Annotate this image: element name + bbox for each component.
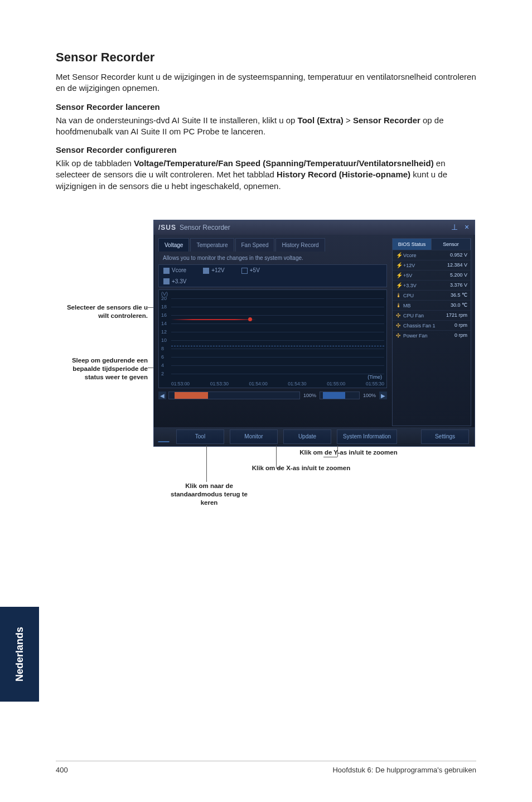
chapter-title: Hoofdstuk 6: De hulpprogramma's gebruike…: [332, 766, 476, 774]
callout-zoom-y: Klik om de Y-as in/uit te zoomen: [293, 448, 404, 457]
checkbox-icon: [203, 268, 209, 274]
status-label: +3.3V: [403, 283, 417, 288]
window-title: Sensor Recorder: [180, 224, 230, 231]
ytick: 10: [161, 337, 167, 343]
check-vcore[interactable]: Vcore: [163, 267, 186, 274]
bolt-icon: ⚡: [396, 252, 402, 258]
status-row: ✣CPU Fan1721 rpm: [393, 310, 471, 320]
text: Klik op de tabbladen: [56, 158, 134, 168]
ytick: 18: [161, 304, 167, 310]
status-value: 36.5 ℃: [451, 292, 467, 298]
intro-paragraph: Met Sensor Recorder kunt u de wijziginge…: [56, 71, 476, 94]
status-label: Vcore: [403, 253, 417, 258]
xtick: 01:55:00: [327, 381, 345, 386]
status-label: CPU Fan: [403, 313, 424, 318]
status-label: MB: [403, 303, 411, 308]
fan-icon: ✣: [396, 332, 402, 339]
scroll-right-button[interactable]: ▶: [379, 392, 387, 399]
section1-body: Na van de ondersteunings-dvd AI Suite II…: [56, 115, 476, 138]
check-label: +5V: [250, 267, 260, 273]
check-label: Vcore: [172, 267, 186, 273]
xtick: 01:55:30: [366, 381, 384, 386]
status-panel: BIOS Status Sensor ⚡Vcore0.952 V ⚡+12V12…: [392, 238, 471, 426]
tab-history[interactable]: History Record: [275, 238, 325, 252]
main-panel: Voltage Temperature Fan Speed History Re…: [158, 238, 387, 426]
check-label: +3.3V: [172, 278, 186, 284]
callout-default-mode: Klik om naar de standaardmodus terug te …: [167, 482, 251, 507]
pin-icon[interactable]: ⊥: [450, 223, 459, 231]
text-bold: Sensor Recorder: [353, 115, 420, 125]
timeline-scrollbar: ◀ 100% 100% ▶: [158, 390, 387, 401]
tab-strip: Voltage Temperature Fan Speed History Re…: [158, 238, 387, 252]
tab-voltage[interactable]: Voltage: [158, 238, 189, 252]
asus-logo-icon: [158, 431, 172, 442]
bolt-icon: ⚡: [396, 272, 402, 278]
scroll-left-button[interactable]: ◀: [158, 392, 166, 399]
bottombar-tool[interactable]: Tool: [176, 429, 224, 444]
status-row: ⚡Vcore0.952 V: [393, 250, 471, 260]
status-value: 5.200 V: [450, 272, 467, 278]
figure-block: Selecteer de sensors die u wilt controle…: [56, 220, 476, 510]
section1-title: Sensor Recorder lanceren: [56, 102, 476, 112]
close-icon[interactable]: ×: [462, 223, 471, 231]
status-tab-sensor[interactable]: Sensor: [432, 239, 471, 250]
status-value: 0 rpm: [454, 332, 467, 339]
bottombar-sysinfo[interactable]: System Information: [337, 429, 397, 444]
check-p12v[interactable]: +12V: [203, 267, 225, 274]
caption-text: Sleep om gedurende een bepaalde tijdsper…: [72, 357, 148, 380]
ytick: 4: [161, 363, 164, 368]
sensor-check-row: Vcore +12V +5V: [158, 264, 387, 276]
window-titlebar: /SUS Sensor Recorder ⊥ ×: [154, 220, 475, 235]
ytick: 20: [161, 296, 167, 301]
thermo-icon: 🌡: [396, 292, 402, 298]
checkbox-icon: [163, 268, 170, 274]
x-scroll-track[interactable]: [168, 392, 300, 399]
ytick: 16: [161, 312, 167, 318]
check-label: +12V: [211, 267, 225, 273]
status-label: CPU: [403, 293, 414, 298]
left-caption-sensors: Selecteer de sensors die u wilt controle…: [56, 303, 148, 320]
bottombar-update[interactable]: Update: [283, 429, 331, 444]
zoom-x-label: 100%: [302, 393, 317, 398]
brand-text: /SUS: [158, 224, 176, 231]
scroll-thumb[interactable]: [323, 392, 345, 399]
ytick: 6: [161, 354, 164, 360]
status-value: 12.384 V: [447, 262, 467, 268]
zoom-y-label: 100%: [362, 393, 377, 398]
status-tab-bios[interactable]: BIOS Status: [393, 239, 432, 250]
bolt-icon: ⚡: [396, 282, 402, 288]
xtick: 01:53:00: [171, 381, 190, 386]
xtick: 01:54:00: [249, 381, 268, 386]
caption-text: Selecteer de sensors die u wilt controle…: [67, 304, 148, 319]
tab-fan-speed[interactable]: Fan Speed: [235, 238, 275, 252]
ytick: 12: [161, 329, 167, 335]
page-number: 400: [56, 766, 68, 774]
fan-icon: ✣: [396, 322, 402, 328]
callout-line: [323, 457, 337, 457]
check-p5v[interactable]: +5V: [241, 267, 260, 274]
status-row: ⚡+5V5.200 V: [393, 270, 471, 280]
page-title: Sensor Recorder: [56, 50, 476, 65]
bottombar-settings[interactable]: Settings: [421, 429, 469, 444]
status-label: +5V: [403, 273, 412, 278]
fan-icon: ✣: [396, 312, 402, 318]
ytick: 2: [161, 371, 164, 376]
check-p33v[interactable]: +3.3V: [163, 278, 186, 284]
ytick: 14: [161, 321, 167, 326]
thermo-icon: 🌡: [396, 302, 402, 308]
status-row: ⚡+12V12.384 V: [393, 260, 471, 270]
status-value: 0 rpm: [454, 322, 467, 328]
status-value: 3.376 V: [450, 282, 467, 288]
checkbox-icon: [241, 268, 248, 274]
tab-temperature[interactable]: Temperature: [190, 238, 234, 252]
bottombar-monitor[interactable]: Monitor: [230, 429, 278, 444]
text-bold: Tool (Extra): [298, 115, 344, 125]
left-caption-drag: Sleep om gedurende een bepaalde tijdsper…: [56, 356, 148, 381]
sensor-recorder-window: /SUS Sensor Recorder ⊥ × Voltage Tempera…: [153, 220, 475, 447]
y-scroll-track[interactable]: [320, 392, 360, 399]
ytick: 8: [161, 346, 164, 351]
x-ticks: 01:53:00 01:53:30 01:54:00 01:54:30 01:5…: [171, 381, 384, 386]
scroll-thumb[interactable]: [175, 392, 208, 399]
xtick: 01:53:30: [210, 381, 229, 386]
xtick: 01:54:30: [288, 381, 306, 386]
